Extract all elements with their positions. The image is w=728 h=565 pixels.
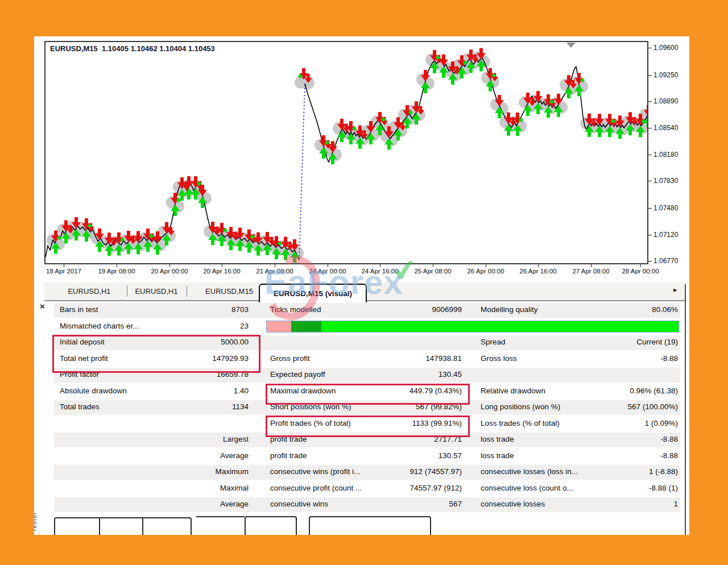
date-axis-label: 28 Apr 00:00 xyxy=(622,268,659,275)
tab-eurusd-m15[interactable]: EURUSD,M15 xyxy=(205,287,253,296)
row-label-1: Initial deposit xyxy=(60,338,105,346)
progress-segment xyxy=(321,321,679,332)
row-value-1: Largest xyxy=(122,435,249,443)
row-value-1: 8703 xyxy=(122,305,249,314)
row-label-3: consecutive loss (count o... xyxy=(481,484,573,492)
row-value-3: 80.06% xyxy=(564,305,678,314)
row-label-2: Expected payoff xyxy=(270,370,325,379)
row-label-1: Absolute drawdown xyxy=(60,387,127,395)
row-value-1: Average xyxy=(122,500,249,508)
row-value-1: 147929.93 xyxy=(122,354,249,363)
tester-report-window: EURUSD,M15 1.10405 1.10462 1.10404 1.104… xyxy=(34,36,689,535)
row-value-3: Current (19) xyxy=(564,338,678,346)
chart-canvas xyxy=(46,42,647,263)
table-row: Total net profit147929.93Gross profit147… xyxy=(54,352,680,367)
panel-right-edge xyxy=(685,284,686,535)
tab-separator xyxy=(187,286,187,297)
tab-eurusd-h1[interactable]: EURUSD,H1 xyxy=(135,287,177,296)
row-value-1: Maximal xyxy=(122,484,249,492)
row-value-2: 147938.81 xyxy=(361,354,462,363)
close-panel-icon[interactable]: × xyxy=(40,302,45,310)
row-value-2: 567 (99.82%) xyxy=(361,402,462,411)
progress-segment xyxy=(267,321,291,332)
modelling-quality-progress-bar xyxy=(266,321,679,333)
date-axis-label: 19 Apr 08:00 xyxy=(98,268,135,275)
bottom-tabs-group[interactable] xyxy=(54,517,192,535)
date-tick xyxy=(486,264,486,267)
date-axis-label: 20 Apr 00:00 xyxy=(151,268,188,275)
row-value-1: 1.40 xyxy=(122,387,249,395)
price-tick xyxy=(648,75,652,76)
row-value-3: 1 xyxy=(564,500,678,508)
date-tick xyxy=(169,264,170,267)
date-axis-label: 27 Apr 08:00 xyxy=(572,268,609,275)
price-axis-label: 1.08540 xyxy=(653,124,678,132)
row-label-3: loss trade xyxy=(481,451,514,460)
date-tick xyxy=(380,264,380,267)
chart-title: EURUSD,M15 1.10405 1.10462 1.10404 1.104… xyxy=(50,44,215,53)
price-tick xyxy=(648,261,652,261)
price-axis-label: 1.09600 xyxy=(653,44,678,52)
results-table: Bars in test8703Ticks modelled9006999Mod… xyxy=(54,303,680,514)
date-tick xyxy=(328,264,328,267)
price-chart[interactable]: EURUSD,M15 1.10405 1.10462 1.10404 1.104… xyxy=(44,41,648,264)
row-value-1: Maximum xyxy=(122,467,249,476)
side-panel-label: Tester xyxy=(34,512,38,532)
price-tick xyxy=(648,155,652,155)
row-value-3: 1 (0.09%) xyxy=(564,419,678,427)
row-label-2: consecutive profit (count ... xyxy=(270,484,362,492)
row-label-2: Profit trades (% of total) xyxy=(270,419,351,427)
price-tick xyxy=(648,208,652,209)
date-tick xyxy=(222,264,222,267)
row-value-2: 130.45 xyxy=(361,370,462,379)
tab-eurusd-h1[interactable]: EURUSD,H1 xyxy=(68,287,110,296)
progress-segment xyxy=(291,321,321,332)
bottom-edge-line xyxy=(196,516,245,517)
date-tick xyxy=(591,264,592,267)
row-value-3: 1 (-8.88) xyxy=(564,467,678,476)
row-value-2: 9006999 xyxy=(361,305,462,314)
bottom-tab-divider xyxy=(142,518,143,535)
bottom-tab[interactable] xyxy=(245,516,297,535)
row-label-3: Gross loss xyxy=(481,354,517,363)
row-label-3: consecutive losses xyxy=(481,500,545,508)
table-row: Absolute drawdown1.40Maximal drawdown449… xyxy=(54,384,680,399)
row-value-1: 1134 xyxy=(122,402,249,411)
row-label-2: Maximal drawdown xyxy=(270,387,336,395)
bottom-tab[interactable] xyxy=(309,516,431,535)
row-value-1: 23 xyxy=(122,322,249,330)
row-label-2: consecutive wins (profit i... xyxy=(270,467,360,476)
desktop-background: { "icons": { "close": "×", "tab_scroll":… xyxy=(0,0,728,565)
row-label-3: Loss trades (% of total) xyxy=(481,419,560,427)
row-value-3: -8.88 (1) xyxy=(564,484,678,492)
tab-eurusd-m15-visual-active[interactable]: EURUSD,M15 (visual) xyxy=(259,284,367,302)
date-axis-label: 20 Apr 16:00 xyxy=(203,268,240,275)
row-value-2: 2717.71 xyxy=(361,435,462,443)
row-label-2: Gross profit xyxy=(270,354,310,363)
row-label-3: Long positions (won %) xyxy=(481,402,560,411)
table-row: Mismatched charts er...23 xyxy=(54,319,680,334)
row-value-3: -8.88 xyxy=(564,354,678,363)
table-row: Largestprofit trade2717.71loss trade-8.8… xyxy=(54,433,680,447)
table-row: Averageprofit trade130.57loss trade-8.88 xyxy=(54,449,680,464)
date-tick xyxy=(64,264,64,267)
row-value-2: 1133 (99.91%) xyxy=(361,419,462,427)
bottom-tab-divider xyxy=(99,518,100,535)
price-axis-label: 1.07480 xyxy=(653,204,678,212)
row-value-3: 567 (100.00%) xyxy=(564,402,678,411)
row-label-2: consecutive wins xyxy=(270,500,328,508)
row-value-2: 74557.97 (912) xyxy=(361,484,462,492)
row-value-2: 449.79 (0.43%) xyxy=(361,387,462,395)
row-value-1: Average xyxy=(122,451,249,460)
chart-ohlc: 1.10405 1.10462 1.10404 1.10453 xyxy=(102,44,215,53)
tab-scroll-right-icon[interactable]: ▸ xyxy=(673,285,677,294)
price-axis-label: 1.06770 xyxy=(653,257,678,265)
date-tick xyxy=(275,264,275,267)
row-value-2: 912 (74557.97) xyxy=(361,467,462,476)
price-tick xyxy=(648,101,652,102)
price-axis-label: 1.09250 xyxy=(653,71,678,79)
date-tick xyxy=(640,264,641,267)
date-axis-label: 18 Apr 2017 xyxy=(46,268,81,275)
row-label-1: Total net profit xyxy=(60,354,108,363)
table-row: Maximumconsecutive wins (profit i...912 … xyxy=(54,465,680,480)
